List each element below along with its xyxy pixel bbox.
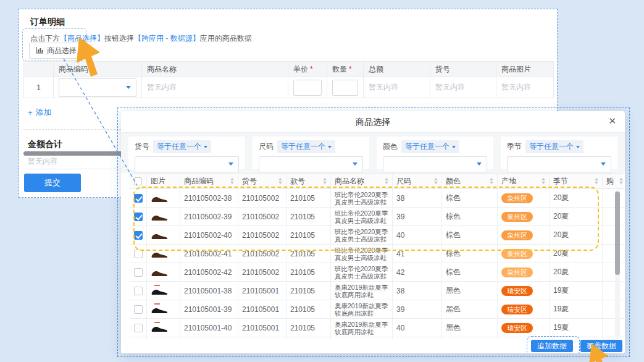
filter-group-0: 货号 等于任意一个 bbox=[128, 137, 245, 169]
filter-label: 货号 bbox=[135, 141, 149, 152]
filter-operator-dropdown[interactable]: 等于任意一个 bbox=[153, 140, 211, 153]
form-col-label: 商品图片 bbox=[501, 64, 531, 75]
product-image-cell bbox=[147, 319, 180, 337]
form-col-2: 商品名称 bbox=[142, 62, 288, 77]
chevron-down-icon bbox=[477, 162, 482, 166]
unit-price-input[interactable] bbox=[293, 80, 322, 96]
cell-code: 210105001-40 bbox=[180, 319, 238, 337]
product-image-cell bbox=[147, 282, 180, 300]
filter-value-select[interactable] bbox=[259, 156, 363, 172]
required-asterisk: * bbox=[310, 65, 313, 74]
sort-icon[interactable] bbox=[382, 178, 388, 184]
filter-operator-label: 等于任意一个 bbox=[157, 141, 201, 152]
filter-operator-label: 等于任意一个 bbox=[529, 141, 574, 152]
sort-icon[interactable] bbox=[276, 178, 282, 184]
modal-col-label: 采购价 bbox=[606, 174, 617, 188]
total-cell: 暂无内容 bbox=[364, 77, 430, 98]
order-table-row: 1暂无内容暂无内容暂无内容暂无内容 bbox=[23, 77, 554, 98]
origin-badge: 瑞安区 bbox=[501, 323, 533, 333]
filter-value-select[interactable] bbox=[507, 156, 611, 172]
filter-group-1: 尺码 等于任意一个 bbox=[253, 137, 369, 169]
product-image-cell: 暂无内容 bbox=[496, 77, 554, 98]
sort-down-icon bbox=[278, 182, 282, 184]
cell-style-no: 210105 bbox=[286, 300, 331, 318]
filter-value-select[interactable] bbox=[383, 156, 487, 172]
row-checkbox[interactable] bbox=[134, 324, 143, 332]
totals-title: 金额合计 bbox=[28, 139, 62, 150]
cell-color: 黑色 bbox=[442, 319, 498, 337]
sort-icon[interactable] bbox=[432, 178, 438, 184]
add-row-button[interactable]: + 添加 bbox=[28, 107, 52, 118]
vertical-scrollbar[interactable] bbox=[615, 190, 620, 339]
order-detail-title: 订单明细 bbox=[30, 17, 65, 28]
row-checkbox[interactable] bbox=[134, 268, 143, 277]
instruction-middle: 按钮选择 bbox=[104, 34, 134, 43]
form-col-7: 商品图片 bbox=[496, 62, 554, 77]
cell-size: 39 bbox=[393, 300, 442, 318]
cell-name: 奥康2019新款夏季软底两用凉鞋 bbox=[331, 319, 393, 337]
form-col-5: 总额 bbox=[364, 62, 430, 77]
sort-icon[interactable] bbox=[539, 178, 545, 184]
cell-origin: 瑞安区 bbox=[498, 282, 550, 300]
product-code-cell bbox=[54, 77, 142, 98]
cell-size: 42 bbox=[393, 263, 442, 281]
table-row[interactable]: 210105002-42210105002210105班比帝伦2020夏季真皮男… bbox=[130, 263, 624, 282]
chevron-down-icon bbox=[576, 146, 580, 148]
modal-col-label: 款号 bbox=[290, 176, 305, 187]
cell-color: 黑色 bbox=[442, 282, 498, 300]
table-row[interactable]: 210105001-38210105001210105奥康2019新款夏季软底两… bbox=[130, 282, 624, 300]
chevron-down-icon bbox=[204, 146, 207, 148]
product-select-button[interactable]: 商品选择 bbox=[29, 43, 83, 59]
origin-badge: 泉州区 bbox=[501, 267, 533, 277]
quantity-input[interactable] bbox=[332, 80, 358, 96]
modal-col-label: 货号 bbox=[242, 176, 257, 187]
origin-badge: 瑞安区 bbox=[501, 305, 533, 314]
required-asterisk: * bbox=[90, 65, 93, 74]
sort-down-icon bbox=[434, 182, 438, 184]
sort-icon[interactable] bbox=[320, 178, 327, 184]
filter-bar: 货号 等于任意一个 尺码 等于任意一个 颜色 等于任意一个 bbox=[121, 133, 625, 173]
row-checkbox[interactable] bbox=[134, 305, 143, 314]
cell-style-no: 210105 bbox=[286, 319, 331, 337]
row-checkbox[interactable] bbox=[134, 287, 143, 295]
sort-icon[interactable] bbox=[617, 178, 623, 184]
modal-col-label: 颜色 bbox=[446, 176, 461, 187]
submit-button[interactable]: 提交 bbox=[24, 174, 81, 192]
select-all-checkbox[interactable] bbox=[134, 177, 142, 185]
overwrite-data-button[interactable]: 覆盖数据 bbox=[580, 340, 622, 352]
order-items-table: 商品编码*商品名称单价*数量*总额货号商品图片 1暂无内容暂无内容暂无内容暂无内… bbox=[23, 61, 554, 98]
filter-value-select[interactable] bbox=[135, 156, 239, 172]
filter-operator-dropdown[interactable]: 等于任意一个 bbox=[525, 140, 583, 153]
cell-item-no: 210105001 bbox=[238, 300, 286, 318]
instruction-prefix: 点击下方 bbox=[30, 34, 60, 43]
filter-operator-dropdown[interactable]: 等于任意一个 bbox=[401, 140, 459, 153]
form-col-label: 单价 bbox=[293, 64, 308, 75]
sort-down-icon bbox=[595, 182, 598, 184]
add-row-label: 添加 bbox=[36, 107, 52, 118]
cell-name: 奥康2019新款夏季软底两用凉鞋 bbox=[331, 300, 393, 318]
instruction-suffix: 应用的商品数据 bbox=[200, 34, 252, 43]
item-no-cell: 暂无内容 bbox=[430, 77, 496, 98]
filter-operator-dropdown[interactable]: 等于任意一个 bbox=[277, 140, 335, 153]
sort-icon[interactable] bbox=[228, 178, 234, 184]
chevron-down-icon bbox=[126, 86, 131, 89]
form-col-6: 货号 bbox=[430, 62, 496, 77]
sort-up-icon bbox=[542, 178, 545, 180]
chevron-down-icon bbox=[452, 146, 456, 148]
close-icon[interactable]: ✕ bbox=[608, 116, 616, 127]
vertical-scrollbar-thumb[interactable] bbox=[615, 192, 620, 275]
cell-code: 210105002-42 bbox=[180, 263, 238, 281]
table-row[interactable]: 210105001-40210105001210105奥康2019新款夏季软底两… bbox=[130, 319, 624, 337]
product-select-modal: 商品选择 ✕ 货号 等于任意一个 尺码 等于任意一个 颜色 bbox=[121, 111, 625, 353]
product-code-select[interactable] bbox=[59, 78, 136, 97]
selected-rows-annotation bbox=[133, 187, 599, 251]
filter-label: 尺码 bbox=[259, 141, 274, 152]
chevron-down-icon bbox=[228, 162, 233, 166]
sort-icon[interactable] bbox=[592, 178, 598, 184]
sort-down-icon bbox=[542, 182, 545, 184]
table-row[interactable]: 210105001-39210105001210105奥康2019新款夏季软底两… bbox=[130, 300, 624, 319]
form-col-label: 商品编码 bbox=[59, 64, 88, 75]
form-col-1: 商品编码* bbox=[54, 62, 142, 77]
modal-col-label: 商品编码 bbox=[184, 176, 214, 187]
sort-icon[interactable] bbox=[487, 178, 493, 184]
